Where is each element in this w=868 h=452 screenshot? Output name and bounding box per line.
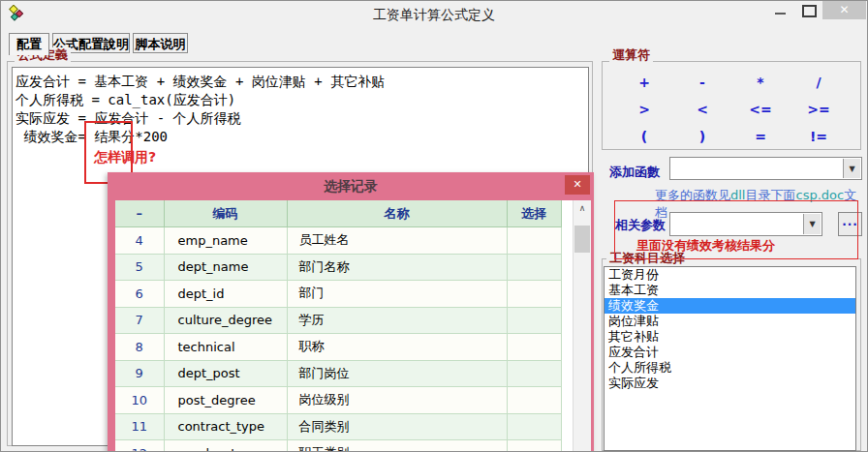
select-cell[interactable] [507, 281, 561, 308]
close-icon: ✕ [839, 3, 849, 16]
add-function-label: 添加函數 [609, 164, 660, 181]
tab-script-help[interactable]: 脚本说明 [133, 33, 188, 53]
row-filler [561, 334, 573, 361]
operator-button[interactable]: ( [641, 129, 647, 144]
name-cell: 职工类别 [287, 440, 507, 452]
close-button[interactable]: ✕ [822, 1, 866, 19]
row-filler [561, 387, 573, 414]
add-function-combobox[interactable]: ▼ [669, 157, 862, 180]
row-filler [561, 281, 573, 308]
select-cell[interactable] [507, 387, 561, 414]
operator-button[interactable]: >= [807, 102, 829, 117]
more-functions-hint: 更多的函数见dll目录下面csp.doc文档 [655, 187, 867, 222]
formula-line: 实际应发 = 应发合计 - 个人所得税 [16, 109, 585, 128]
table-row[interactable]: 7 culture_degree 学历 [115, 307, 573, 334]
table-row[interactable]: 12 employ_type 职工类别 [115, 440, 573, 452]
operator-button[interactable]: < [697, 102, 708, 117]
table-row[interactable]: 4 emp_name 员工姓名 [115, 227, 573, 255]
dialog-scrollbar[interactable]: ∧ [573, 200, 591, 452]
operator-button[interactable]: <= [749, 102, 771, 117]
column-header-index: – [115, 200, 164, 227]
column-header-select: 选择 [507, 200, 561, 227]
row-number-cell: 4 [115, 227, 164, 255]
operator-button[interactable]: ) [699, 129, 705, 144]
code-cell: dept_id [164, 281, 287, 308]
operators-group-title: 運算符 [609, 47, 653, 62]
row-number-cell: 9 [115, 360, 164, 387]
row-filler [561, 227, 573, 255]
code-cell: technical [164, 334, 287, 361]
title-bar[interactable]: 工资单计算公式定义 ✕ [1, 1, 867, 30]
row-number-cell: 11 [115, 413, 164, 440]
name-cell: 岗位级别 [287, 387, 507, 414]
salary-subject-item[interactable]: 绩效奖金 [604, 298, 855, 314]
row-number-cell: 6 [115, 281, 164, 308]
select-cell[interactable] [507, 227, 561, 255]
code-cell: culture_degree [164, 307, 287, 334]
tab-config[interactable]: 配置 [9, 33, 49, 55]
code-cell: employ_type [164, 440, 287, 452]
select-cell[interactable] [507, 334, 561, 361]
code-cell: dept_name [164, 254, 287, 281]
row-number-cell: 5 [115, 254, 164, 281]
salary-subjects-listbox[interactable]: 工资月份基本工资绩效奖金岗位津贴其它补贴应发合计个人所得税实际应发 [604, 266, 856, 451]
payroll-formula-window: 工资单计算公式定义 ✕ 配置 公式配置說明 脚本说明 公式定義 应发合计 = 基… [0, 0, 868, 452]
row-number-cell: 10 [115, 387, 164, 414]
table-row[interactable]: 8 technical 职称 [115, 334, 573, 361]
row-number-cell: 12 [115, 440, 164, 452]
code-cell: dept_post [164, 360, 287, 387]
salary-subject-item[interactable]: 基本工资 [604, 283, 855, 298]
close-icon: ✕ [573, 178, 581, 191]
select-cell[interactable] [507, 413, 561, 440]
chevron-down-icon[interactable]: ▼ [843, 159, 860, 178]
dialog-close-button[interactable]: ✕ [565, 175, 590, 195]
select-record-dialog: 选择记录 ✕ – 编码 名称 选择 4 emp_name 员工 [108, 172, 594, 452]
formula-line: 应发合计 = 基本工资 + 绩效奖金 + 岗位津贴 + 其它补贴 [16, 73, 585, 91]
tab-label: 配置 [16, 37, 42, 51]
name-cell: 学历 [287, 307, 507, 334]
name-cell: 职称 [287, 334, 507, 361]
formula-line: 绩效奖金= 结果分*200 [16, 128, 585, 146]
operator-button[interactable]: + [638, 75, 650, 90]
minimize-icon [775, 13, 786, 15]
select-cell[interactable] [507, 307, 561, 334]
table-row[interactable]: 6 dept_id 部门 [115, 281, 573, 308]
salary-subject-item[interactable]: 其它补贴 [604, 329, 855, 345]
table-row[interactable]: 10 post_degree 岗位级别 [115, 387, 573, 414]
table-row[interactable]: 5 dept_name 部门名称 [115, 254, 573, 281]
table-row[interactable]: 9 dept_post 部门岗位 [115, 360, 573, 387]
code-cell: post_degree [164, 387, 287, 414]
name-cell: 合同类别 [287, 413, 507, 440]
params-annotation-text: 里面没有绩效考核结果分 [636, 237, 775, 255]
salary-subject-item[interactable]: 应发合计 [604, 345, 855, 360]
header-filler [561, 200, 573, 227]
salary-subject-item[interactable]: 个人所得税 [604, 360, 855, 376]
table-row[interactable]: 11 contract_type 合同类别 [115, 413, 573, 440]
operator-button[interactable]: * [757, 75, 763, 90]
maximize-icon [802, 5, 817, 17]
select-cell[interactable] [507, 360, 561, 387]
operator-button[interactable]: - [699, 75, 705, 90]
column-header-code: 编码 [164, 200, 287, 227]
salary-subject-item[interactable]: 工资月份 [604, 267, 855, 283]
row-filler [561, 360, 573, 387]
select-cell[interactable] [507, 254, 561, 281]
salary-subject-item[interactable]: 岗位津贴 [604, 314, 855, 329]
salary-subject-item[interactable]: 实际应发 [604, 376, 855, 391]
operator-button[interactable]: > [638, 102, 650, 117]
name-cell: 部门名称 [287, 254, 507, 281]
row-filler [561, 307, 573, 334]
dialog-title-bar[interactable]: 选择记录 [108, 172, 594, 200]
scroll-up-icon[interactable]: ∧ [574, 200, 591, 218]
record-table-body: 4 emp_name 员工姓名 5 dept_name 部门名称 [115, 227, 573, 452]
row-filler [561, 440, 573, 452]
operator-button[interactable]: != [810, 129, 827, 144]
operator-button[interactable]: = [755, 129, 766, 144]
name-cell: 部门 [287, 281, 507, 308]
minimize-button[interactable] [772, 6, 793, 19]
scrollbar-thumb[interactable] [574, 226, 590, 253]
select-cell[interactable] [507, 440, 561, 452]
operator-button[interactable]: / [816, 75, 821, 90]
maximize-button[interactable] [800, 4, 818, 18]
record-table-header-row: – 编码 名称 选择 [115, 200, 573, 227]
